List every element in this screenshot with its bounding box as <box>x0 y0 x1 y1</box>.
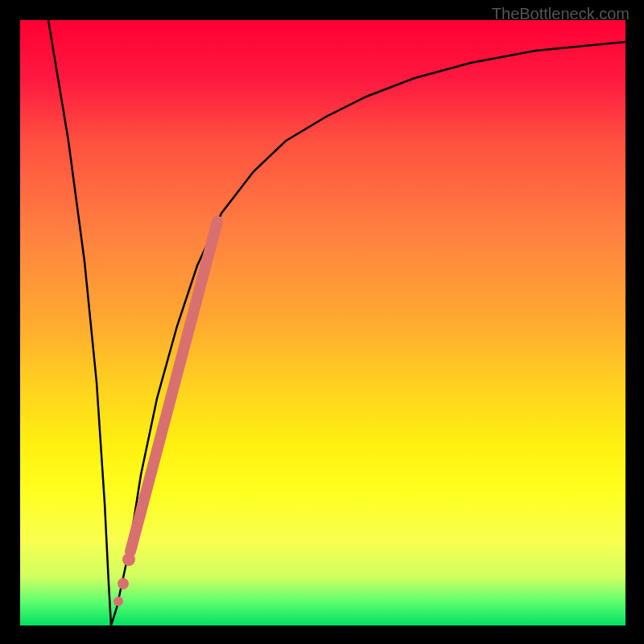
highlight-dot <box>114 597 123 606</box>
watermark-text: TheBottleneck.com <box>492 5 630 23</box>
highlight-dot <box>122 553 135 566</box>
highlight-line-segment <box>130 221 217 551</box>
chart-svg <box>20 20 625 625</box>
highlight-dot <box>118 578 129 589</box>
